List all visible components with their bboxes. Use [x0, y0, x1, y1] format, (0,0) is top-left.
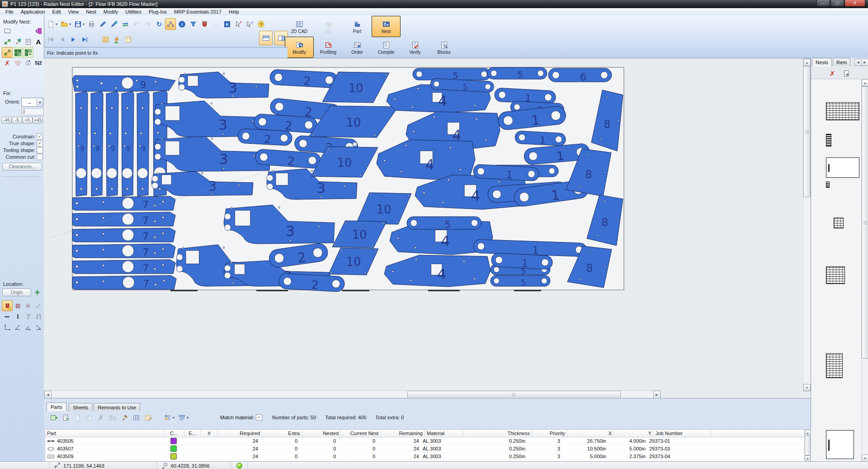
nests-scrollbar[interactable]: ▲ ▼	[861, 79, 868, 462]
clearances-button[interactable]: Clearances...	[2, 163, 42, 171]
column-header-material[interactable]: Material	[425, 430, 463, 437]
rotate-point-tool[interactable]	[23, 57, 33, 68]
menu-mrp-essentials-2017[interactable]: MRP Essentials 2017	[170, 9, 225, 15]
table-scrollbar[interactable]: ▲ ▼	[804, 429, 811, 462]
menu-utilities[interactable]: Utilities	[122, 9, 145, 15]
chevron-down-icon[interactable]: ▼	[37, 99, 43, 106]
chevron-down-icon[interactable]: ▾	[56, 22, 57, 26]
snap-magnet-tool[interactable]	[2, 300, 13, 311]
tab-sheets[interactable]: Sheets	[69, 403, 92, 411]
snap-h-tool[interactable]	[2, 311, 13, 322]
pan-view-button[interactable]	[841, 67, 852, 79]
nest-part[interactable]: 7	[72, 212, 175, 226]
table-scroll-thumb[interactable]	[805, 436, 811, 455]
five-two-tool[interactable]: 5|2	[33, 57, 44, 68]
info-button[interactable]: i	[176, 18, 187, 30]
maximize-button[interactable]: ▢	[830, 0, 844, 7]
angle-plus45-button[interactable]: +45	[33, 117, 43, 123]
column-header-y[interactable]: Y	[614, 430, 654, 437]
vscroll-thumb[interactable]	[803, 66, 811, 197]
cursor-help-button[interactable]: ?	[244, 18, 255, 30]
nest-thumbnail[interactable]	[826, 181, 830, 188]
axis-snap-tool[interactable]	[2, 322, 13, 332]
print-button[interactable]	[86, 18, 97, 30]
chevron-down-icon[interactable]: ▾	[173, 416, 175, 420]
angle-input[interactable]	[21, 108, 44, 115]
menu-plug-ins[interactable]: Plug-Ins	[145, 9, 170, 15]
snap-gap-tool[interactable]	[33, 311, 44, 322]
true-shape-checkbox[interactable]: ✓	[37, 140, 43, 147]
fix-point-marker[interactable]	[353, 142, 357, 147]
k-window-button[interactable]: K	[222, 18, 232, 30]
3d-button[interactable]: 3D	[314, 16, 343, 37]
nest-part[interactable]: 7	[72, 260, 175, 274]
hscroll-thumb[interactable]	[407, 391, 621, 398]
profiling-button[interactable]: Profiling	[314, 37, 343, 58]
nest-part[interactable]: 9	[122, 91, 134, 196]
column-header-part[interactable]: Part	[45, 430, 164, 437]
scroll-down-button[interactable]: ▼	[803, 384, 811, 391]
probe-button[interactable]	[108, 18, 119, 30]
grid-table-button[interactable]	[131, 412, 142, 423]
menu-modify[interactable]: Modify	[100, 9, 122, 15]
view-list-button[interactable]: ▾	[162, 412, 175, 423]
save-button[interactable]: ▾	[72, 18, 85, 30]
drag-part-tool[interactable]	[2, 47, 13, 58]
compile-button[interactable]: Compile	[372, 37, 401, 58]
nest-thumbnail[interactable]	[826, 157, 859, 178]
nest-part[interactable]: 9	[106, 91, 118, 196]
ang1-tool[interactable]	[12, 322, 23, 332]
minimize-button[interactable]: —	[816, 0, 830, 7]
part-button[interactable]: Part	[343, 16, 372, 37]
nav-next-button[interactable]	[68, 33, 79, 45]
nav-last-button[interactable]	[79, 33, 90, 45]
column-header-nested[interactable]: Nested	[302, 430, 341, 437]
chevron-down-icon[interactable]: ▾	[187, 416, 189, 420]
swap-button[interactable]	[120, 18, 131, 30]
canvas-vscrollbar[interactable]: ▲ ▼	[803, 58, 811, 392]
node-edit-button[interactable]	[165, 18, 176, 30]
scroll-up-button[interactable]: ▲	[862, 79, 868, 86]
grid-or-button[interactable]	[100, 33, 111, 45]
sheet-dashed-tool[interactable]	[2, 25, 13, 36]
nest-part[interactable]: 5	[407, 217, 481, 230]
nest-part[interactable]: 2	[278, 273, 345, 293]
ang2-tool[interactable]	[23, 322, 33, 332]
exit-door-tool[interactable]	[33, 25, 44, 36]
table-row[interactable]: 4035092400024AL 30030.250in35.000in2.375…	[45, 453, 805, 460]
column-header-required[interactable]: Required	[218, 430, 262, 437]
column-header-job-number[interactable]: Job Number	[654, 430, 711, 437]
array-fill-tool[interactable]	[23, 47, 33, 58]
cursor-add-button[interactable]: ✗	[233, 18, 244, 30]
column-header-priority[interactable]: Priority	[532, 430, 567, 437]
column-header-x[interactable]: X	[567, 430, 614, 437]
column-header-extra[interactable]: Extra	[262, 430, 302, 437]
redo-button[interactable]: ↷	[142, 18, 153, 30]
help-button[interactable]: ?	[255, 18, 266, 30]
lightning-button[interactable]	[111, 33, 122, 45]
delete-x-button[interactable]: ✗	[827, 67, 838, 79]
snap-mid-tool[interactable]	[23, 311, 33, 322]
common-cut-checkbox[interactable]	[37, 154, 43, 160]
order-button[interactable]: Order	[343, 37, 372, 58]
menu-view[interactable]: View	[65, 9, 83, 15]
nav-first-button[interactable]	[45, 33, 56, 45]
angle-minus45-button[interactable]: -45	[1, 117, 12, 123]
scroll-right-button[interactable]: ▶	[653, 391, 660, 398]
scroll-up-button[interactable]: ▲	[803, 59, 811, 66]
nests-scroll-thumb[interactable]	[862, 86, 868, 359]
grid-points-tool[interactable]	[23, 300, 33, 311]
tooling-shape-checkbox[interactable]	[37, 147, 43, 153]
tab-parts[interactable]: Parts	[47, 403, 66, 411]
column-header-#[interactable]: #	[201, 430, 218, 437]
pin-part-tool[interactable]	[12, 36, 23, 47]
open-folder-button[interactable]: ▾	[59, 18, 72, 30]
nest-part[interactable]: 9	[75, 91, 88, 196]
pin2-button[interactable]	[119, 412, 130, 423]
nest-part[interactable]: 9	[137, 91, 149, 196]
nest-thumbnail[interactable]	[826, 102, 859, 120]
new-doc-button[interactable]	[72, 412, 83, 423]
menu-file[interactable]: File	[2, 9, 17, 15]
nest-canvas[interactable]: 9999999777777333333332222222210101010101…	[44, 58, 811, 398]
nest-thumbnail-list[interactable]	[811, 79, 861, 462]
